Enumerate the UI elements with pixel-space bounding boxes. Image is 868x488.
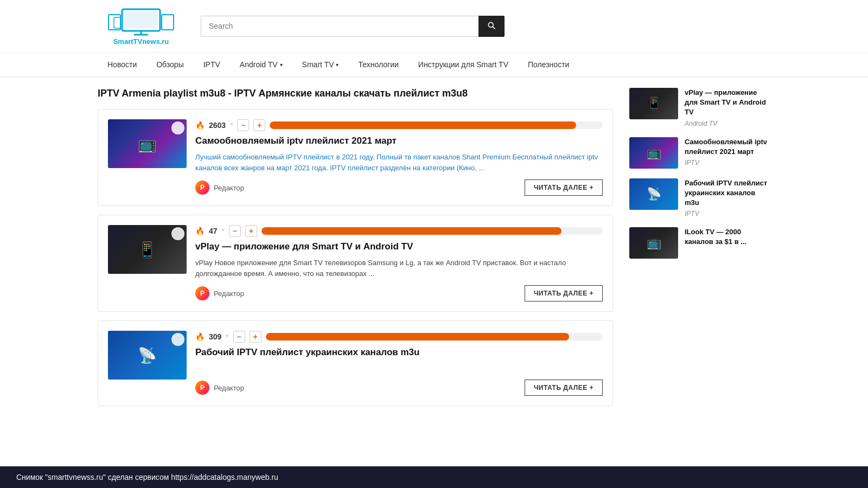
article-excerpt-1: Лучший самообновляемый IPTV плейлист в 2… [195,152,603,173]
header: SmartTVnews.ru [0,0,868,53]
main-nav: Новости Обзоры IPTV Android TV ▾ Smart T… [0,53,868,77]
progress-bar-fill-2 [261,227,562,235]
progress-bar-fill-1 [270,121,576,129]
read-more-btn-3[interactable]: ЧИТАТЬ ДАЛЕЕ + [525,380,603,396]
sidebar-text-3: Рабочий IPTV плейлист украинских каналов… [685,178,770,218]
sidebar-thumb-1: 📱 [629,88,678,119]
card-meta-2: 🔥 47 ° − + [195,225,603,237]
sidebar-thumb-inner-4: 📺 [629,227,678,259]
author-avatar-2: Р [195,286,209,300]
logo-icon [106,7,176,36]
sidebar-text-2: Самообновляемый iptv плейлист 2021 март … [685,137,770,166]
article-title-2[interactable]: vPlay — приложение для Smart TV и Androi… [195,241,603,252]
nav-item-smart-tv[interactable]: Smart TV ▾ [292,53,349,76]
main-container: IPTV Armenia playlist m3u8 - IPTV Армянс… [0,77,868,426]
article-title-1[interactable]: Самообновляемый iptv плейлист 2021 март [195,136,603,146]
card-footer-3: Р Редактор ЧИТАТЬ ДАЛЕЕ + [195,380,603,396]
article-thumb-3: 📡 ♡ [108,331,187,380]
content-area: IPTV Armenia playlist m3u8 - IPTV Армянс… [98,88,613,415]
article-excerpt-2: vPlay Новое приложение для Smart TV теле… [195,258,603,279]
degree-3: ° [226,333,228,341]
card-meta-1: 🔥 2603 ° − + [195,119,603,131]
article-title-3[interactable]: Рабочий IPTV плейлист украинских каналов… [195,347,603,358]
sidebar-text-4: ILook TV — 2000 каналов за $1 в ... [685,227,770,249]
nav-item-instructions[interactable]: Инструкции для Smart TV [409,53,518,76]
vote-plus-1[interactable]: + [253,119,265,131]
card-right-2: 🔥 47 ° − + vPlay — приложение для Smart … [195,225,603,301]
author-name-2: Редактор [214,290,244,298]
author-avatar-3: Р [195,381,209,395]
nav-item-android-tv[interactable]: Android TV ▾ [230,53,292,76]
article-thumb-1: 📺 ♡ [108,119,187,168]
nav-item-news[interactable]: Новости [98,53,146,76]
card-top-3: 📡 ♡ 🔥 309 ° − + Рабочий IPTV плейлист [108,331,603,396]
vote-minus-1[interactable]: − [237,119,249,131]
sidebar-title-4[interactable]: ILook TV — 2000 каналов за $1 в ... [685,227,770,247]
article-card-1: 📺 ♡ 🔥 2603 ° − + Самообновляемый iptv [98,109,613,206]
sidebar-thumb-3: 📡 [629,178,678,210]
svg-point-7 [488,22,493,27]
logo-area[interactable]: SmartTVnews.ru [98,7,184,46]
sidebar-thumb-2: 📺 [629,137,678,169]
card-top-2: 📱 ♡ 🔥 47 ° − + vPlay — приложение для [108,225,603,301]
author-area-1: Р Редактор [195,181,244,195]
excerpt-link-1[interactable]: Лучший самообновляемый IPTV плейлист в 2… [195,153,598,172]
author-name-3: Редактор [214,384,244,392]
author-name-1: Редактор [214,184,244,192]
card-right-3: 🔥 309 ° − + Рабочий IPTV плейлист украин… [195,331,603,396]
sidebar-title-1[interactable]: vPlay — приложение для Smart TV и Androi… [685,88,770,118]
sidebar-title-3[interactable]: Рабочий IPTV плейлист украинских каналов… [685,178,770,208]
degree-1: ° [230,121,233,130]
heart-button-3[interactable]: ♡ [171,333,184,346]
fire-icon-2: 🔥 [195,227,205,235]
author-area-3: Р Редактор [195,381,244,395]
page-title: IPTV Armenia playlist m3u8 - IPTV Армянс… [98,88,613,99]
article-thumb-2: 📱 ♡ [108,225,187,274]
heart-button-1[interactable]: ♡ [171,121,184,134]
fire-icon-1: 🔥 [195,121,205,130]
vote-minus-3[interactable]: − [233,331,245,343]
article-card-2: 📱 ♡ 🔥 47 ° − + vPlay — приложение для [98,215,613,312]
progress-bar-wrap-2 [261,227,603,235]
vote-minus-2[interactable]: − [229,225,241,237]
search-icon [487,21,496,30]
nav-item-reviews[interactable]: Обзоры [146,53,194,76]
sidebar-item-2: 📺 Самообновляемый iptv плейлист 2021 мар… [629,137,770,169]
sidebar-thumb-inner-1: 📱 [629,88,678,119]
fire-icon-3: 🔥 [195,332,205,341]
card-top-1: 📺 ♡ 🔥 2603 ° − + Самообновляемый iptv [108,119,603,196]
read-more-btn-2[interactable]: ЧИТАТЬ ДАЛЕЕ + [525,285,603,301]
sidebar-thumb-inner-2: 📺 [629,137,678,169]
read-more-btn-1[interactable]: ЧИТАТЬ ДАЛЕЕ + [525,179,603,196]
score-1: 2603 [209,121,226,130]
nav-item-useful[interactable]: Полезности [518,53,579,76]
heart-button-2[interactable]: ♡ [171,227,184,240]
svg-line-8 [493,27,495,29]
sidebar: 📱 vPlay — приложение для Smart TV и Andr… [629,88,770,415]
vote-plus-2[interactable]: + [245,225,257,237]
sidebar-category-2: IPTV [685,159,770,166]
sidebar-thumb-inner-3: 📡 [629,178,678,210]
progress-bar-fill-3 [266,333,569,341]
card-footer-2: Р Редактор ЧИТАТЬ ДАЛЕЕ + [195,285,603,301]
svg-rect-5 [162,15,174,30]
progress-bar-wrap-1 [270,121,603,129]
degree-2: ° [222,227,225,235]
search-bar [201,16,505,37]
logo-text: SmartTVnews.ru [113,37,169,46]
card-footer-1: Р Редактор ЧИТАТЬ ДАЛЕЕ + [195,179,603,196]
nav-item-tech[interactable]: Технологии [348,53,408,76]
nav-item-iptv[interactable]: IPTV [194,53,230,76]
search-input[interactable] [201,16,478,37]
vote-plus-3[interactable]: + [250,331,261,343]
article-card-3: 📡 ♡ 🔥 309 ° − + Рабочий IPTV плейлист [98,320,613,406]
sidebar-item-4: 📺 ILook TV — 2000 каналов за $1 в ... [629,227,770,259]
chevron-down-icon: ▾ [280,62,283,68]
chevron-down-icon: ▾ [336,62,339,68]
sidebar-category-1: Android TV [685,120,770,127]
search-button[interactable] [478,16,505,37]
sidebar-title-2[interactable]: Самообновляемый iptv плейлист 2021 март [685,137,770,157]
progress-bar-wrap-3 [266,333,603,341]
svg-rect-1 [124,11,158,28]
score-2: 47 [209,227,218,235]
